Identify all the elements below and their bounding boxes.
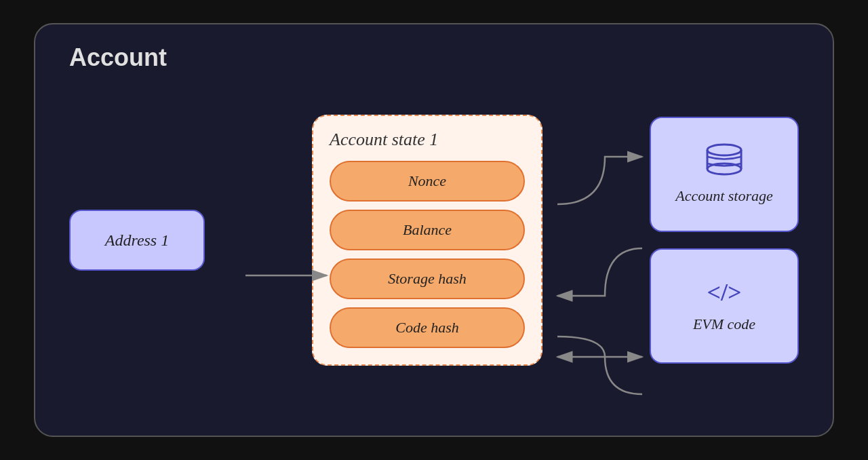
account-state-title: Account state 1 xyxy=(330,130,525,150)
right-boxes: Account storage </> EVM code xyxy=(650,117,799,364)
address-box: Address 1 xyxy=(69,210,205,271)
evm-code-label: EVM code xyxy=(693,315,755,334)
field-balance: Balance xyxy=(330,210,525,250)
field-code-hash: Code hash xyxy=(330,307,525,348)
svg-point-0 xyxy=(707,145,741,155)
account-storage-label: Account storage xyxy=(675,187,773,206)
field-storage-hash: Storage hash xyxy=(330,258,525,299)
database-icon xyxy=(704,143,745,178)
account-state-box: Account state 1 Nonce Balance Storage ha… xyxy=(312,115,542,366)
code-icon: </> xyxy=(707,278,741,307)
account-storage-box: Account storage xyxy=(650,117,799,232)
address-label: Address 1 xyxy=(105,231,169,250)
field-nonce: Nonce xyxy=(330,161,525,202)
evm-code-box: </> EVM code xyxy=(650,248,799,364)
diagram-container: Address 1 Account state 1 Nonce Balance … xyxy=(69,115,799,366)
outer-card: Account Address 1 Account state 1 Nonce … xyxy=(34,23,834,437)
account-label: Account xyxy=(69,43,167,72)
